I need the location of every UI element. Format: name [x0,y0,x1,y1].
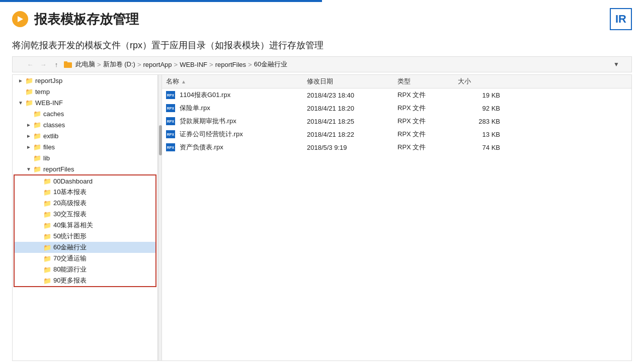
folder-icon: 📁 [33,154,42,162]
tree-item-90更多报表[interactable]: 📁 90更多报表 [15,275,155,286]
forward-button[interactable]: → [38,59,49,70]
dropdown-button[interactable]: ▼ [613,61,619,68]
tree-item-10基本报表[interactable]: 📁 10基本报表 [15,187,155,198]
tree-label: 70交通运输 [53,254,87,263]
tree-item-lib[interactable]: 📁 lib [13,152,157,163]
tree-label: WEB-INF [35,99,63,107]
tree-item-80能源行业[interactable]: 📁 80能源行业 [15,264,155,275]
folder-icon: 📁 [43,244,52,251]
tree-label: classes [43,121,65,129]
breadcrumb-current[interactable]: 60金融行业 [254,60,287,69]
back-button[interactable]: ← [25,59,36,70]
up-button[interactable]: ↑ [51,59,62,70]
file-list-body: RPX 1104报表G01.rpx 2018/4/23 18:40 RPX 文件… [162,88,631,360]
expand-icon [35,267,43,273]
tree-label: lib [43,154,50,162]
file-panel: 名称 ▲ 修改日期 类型 大小 RPX 1104报表G01.rpx 2018/4… [162,74,632,361]
folder-icon: 📁 [33,121,42,129]
folder-icon: 📁 [33,165,42,173]
folder-icon: 📁 [43,189,52,196]
file-name: 贷款展期审批书.rpx [180,117,236,126]
tree-item-caches[interactable]: 📁 caches [13,108,157,119]
tree-item-WEB-INF[interactable]: ▼ 📁 WEB-INF [13,97,157,108]
logo: IR [610,8,632,30]
col-header-type[interactable]: 类型 [393,75,454,88]
sidebar-scrollbar[interactable] [158,74,162,361]
expand-icon[interactable]: ► [25,133,33,139]
sidebar-container: ► 📁 reportJsp 📁 temp ▼ 📁 WEB-INF 📁 cac [12,74,162,361]
expand-icon [35,245,43,250]
tree-item-40集算器相关[interactable]: 📁 40集算器相关 [15,220,155,231]
expand-icon [25,111,33,117]
table-row[interactable]: RPX 证券公司经营统计.rpx 2018/4/21 18:22 RPX 文件 … [162,128,631,141]
breadcrumb-item[interactable]: 新加卷 (D:) [103,60,135,69]
expand-icon[interactable]: ▼ [17,100,25,106]
expand-icon [17,89,25,95]
tree-item-reportFiles[interactable]: ▼ 📁 reportFiles [13,163,157,174]
folder-icon: 📁 [43,266,52,274]
col-header-size[interactable]: 大小 [454,75,504,88]
folder-icon: 📁 [43,200,52,207]
tree-item-temp[interactable]: 📁 temp [13,86,157,97]
expand-icon[interactable]: ► [25,144,33,150]
expand-icon[interactable]: ► [25,122,33,128]
tree-item-30交互报表[interactable]: 📁 30交互报表 [15,209,155,220]
breadcrumb-item[interactable]: reportFiles [215,61,246,68]
tree-label: reportFiles [43,165,74,173]
sort-indicator: ▲ [181,79,186,84]
table-row[interactable]: RPX 贷款展期审批书.rpx 2018/4/21 18:25 RPX 文件 2… [162,115,631,128]
tree-item-60金融行业[interactable]: 📁 60金融行业 [15,242,155,253]
breadcrumb-item[interactable]: WEB-INF [180,61,207,68]
breadcrumb-item[interactable]: reportApp [143,61,172,68]
header: 报表模板存放管理 IR [0,2,644,34]
file-date: 2018/4/21 18:25 [303,117,393,126]
tree-item-extlib[interactable]: ► 📁 extlib [13,130,157,141]
tree-item-20高级报表[interactable]: 📁 20高级报表 [15,198,155,209]
table-row[interactable]: RPX 保险单.rpx 2018/4/21 18:20 RPX 文件 92 KB [162,102,631,115]
page-title: 报表模板存放管理 [34,11,610,28]
folder-icon: 📁 [43,233,52,240]
file-size: 13 KB [454,130,504,139]
expand-icon [35,278,43,284]
expand-icon [25,155,33,161]
tree-label: files [43,143,55,151]
folder-icon: 📁 [33,132,42,140]
scrollbar-thumb[interactable] [159,125,162,155]
tree-item-50统计图形[interactable]: 📁 50统计图形 [15,231,155,242]
folder-icon: 📁 [25,88,34,96]
file-name: 资产负债表.rpx [180,143,223,152]
folder-icon: 📁 [43,277,52,285]
table-row[interactable]: RPX 1104报表G01.rpx 2018/4/23 18:40 RPX 文件… [162,88,631,102]
file-name: 1104报表G01.rpx [180,90,230,100]
file-type: RPX 文件 [393,129,454,140]
expand-icon[interactable]: ► [17,78,25,83]
col-header-date[interactable]: 修改日期 [303,75,393,88]
file-name-cell: RPX 1104报表G01.rpx [162,89,303,101]
folder-icon: 📁 [33,110,42,118]
tree-label: 80能源行业 [53,265,87,274]
expand-icon [35,256,43,261]
tree-item-00Dashboard[interactable]: 📁 00Dashboard [15,175,155,187]
tree-item-classes[interactable]: ► 📁 classes [13,119,157,130]
main-content: ► 📁 reportJsp 📁 temp ▼ 📁 WEB-INF 📁 cac [0,74,644,361]
play-icon [16,15,24,23]
file-type: RPX 文件 [393,116,454,127]
file-size: 92 KB [454,104,504,113]
file-tree: ► 📁 reportJsp 📁 temp ▼ 📁 WEB-INF 📁 cac [12,74,158,361]
header-icon [12,11,28,27]
breadcrumb-item[interactable]: 此电脑 [75,60,95,69]
file-date: 2018/4/21 18:20 [303,104,393,113]
file-icon: RPX [166,91,175,99]
col-header-name[interactable]: 名称 ▲ [162,75,303,88]
tree-item-reportJsp[interactable]: ► 📁 reportJsp [13,75,157,86]
tree-label: 60金融行业 [53,243,87,252]
tree-item-files[interactable]: ► 📁 files [13,141,157,152]
table-row[interactable]: RPX 资产负债表.rpx 2018/5/3 9:19 RPX 文件 74 KB [162,141,631,154]
tree-label: reportJsp [35,77,62,84]
file-size: 283 KB [454,117,504,126]
file-type: RPX 文件 [393,142,454,153]
file-type: RPX 文件 [393,103,454,114]
file-date: 2018/4/23 18:40 [303,90,393,100]
expand-icon[interactable]: ▼ [25,166,33,172]
tree-item-70交通运输[interactable]: 📁 70交通运输 [15,253,155,264]
